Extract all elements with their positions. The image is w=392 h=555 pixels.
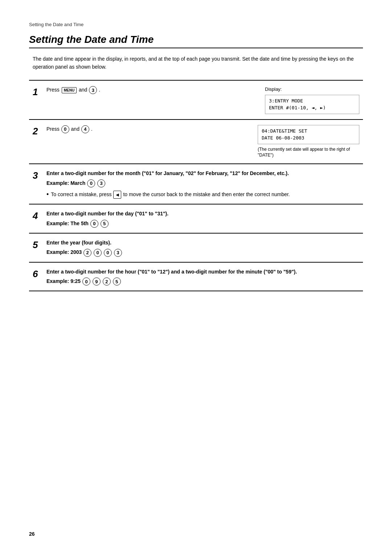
key-9-925: 9 xyxy=(93,278,101,285)
step-4-bold: Enter a two-digit number for the day ("0… xyxy=(46,210,359,218)
step-4-number: 4 xyxy=(33,210,46,222)
page-number: 26 xyxy=(29,531,35,537)
display-2-line2: DATE 06-08-2003 xyxy=(262,134,355,142)
step-3-example: Example: March 0 3 xyxy=(46,179,359,187)
step-3-bold-text: Enter a two-digit number for the month (… xyxy=(46,170,289,176)
step-3-content: Enter a two-digit number for the month (… xyxy=(46,169,359,199)
display-1-line2: ENTER #(01-10, ◄, ►) xyxy=(269,104,355,112)
step-4: 4 Enter a two-digit number for the day (… xyxy=(29,204,363,234)
step-2-display: 04:DATE&TIME SET DATE 06-08-2003 (The cu… xyxy=(258,125,359,159)
display-2-note: (The currently set date will appear to t… xyxy=(258,146,359,159)
page: Setting the Date and Time Setting the Da… xyxy=(0,0,392,320)
step-2-and: and xyxy=(71,126,79,132)
step-1: 1 Press MENU and 3 . Display: 3:ENTRY MO… xyxy=(29,81,363,120)
display-2-box: 04:DATE&TIME SET DATE 06-08-2003 xyxy=(258,125,359,144)
arrow-key: ◄ xyxy=(113,191,121,199)
step-2-content: Press 0 and 4 . 04:DATE&TIME SET DATE 06… xyxy=(46,125,359,159)
key-0a-2003: 0 xyxy=(94,249,102,257)
page-title: Setting the Date and Time xyxy=(29,34,363,48)
step-3-bold: Enter a two-digit number for the month (… xyxy=(46,169,359,177)
step-6-bold: Enter a two-digit number for the hour ("… xyxy=(46,268,359,276)
display-1-line1: 3:ENTRY MODE xyxy=(269,97,355,105)
step-6-content: Enter a two-digit number for the hour ("… xyxy=(46,268,359,286)
step-4-example: Example: The 5th 0 5 xyxy=(46,219,359,228)
step-3-example-label: Example: March xyxy=(46,180,85,186)
step-3: 3 Enter a two-digit number for the month… xyxy=(29,164,363,204)
display-1-label: Display: xyxy=(265,86,359,93)
step-1-display: Display: 3:ENTRY MODE ENTER #(01-10, ◄, … xyxy=(265,86,359,114)
key-0-circle-s2: 0 xyxy=(61,125,69,133)
step-2-number: 2 xyxy=(33,125,46,137)
step-3-number: 3 xyxy=(33,169,46,181)
menu-key: MENU xyxy=(62,87,77,93)
steps-container: 1 Press MENU and 3 . Display: 3:ENTRY MO… xyxy=(29,80,363,291)
step-3-bullet: • To correct a mistake, press ◄ to move … xyxy=(46,190,359,199)
step-3-bullet-text: To correct a mistake, press ◄ to move th… xyxy=(51,190,290,199)
bullet-dot: • xyxy=(46,191,49,198)
step-1-content: Press MENU and 3 . Display: 3:ENTRY MODE… xyxy=(46,86,359,114)
step-2-period: . xyxy=(91,126,93,132)
step-1-and: and xyxy=(79,87,87,93)
key-0b-2003: 0 xyxy=(104,249,112,257)
step-5-example-label: Example: 2003 xyxy=(46,249,82,255)
key-0-925: 0 xyxy=(82,278,90,285)
intro-text: The date and time appear in the display,… xyxy=(29,55,363,71)
step-5-bold-text: Enter the year (four digits). xyxy=(46,240,111,246)
step-6-number: 6 xyxy=(33,268,46,280)
key-2-925: 2 xyxy=(103,278,111,285)
key-3-march: 3 xyxy=(97,179,105,187)
step-5: 5 Enter the year (four digits). Example:… xyxy=(29,234,363,263)
step-2-main: Press 0 and 4 . xyxy=(46,125,250,133)
key-5-925: 5 xyxy=(113,278,121,285)
display-1-box: 3:ENTRY MODE ENTER #(01-10, ◄, ►) xyxy=(265,95,359,114)
key-3-circle: 3 xyxy=(89,86,97,94)
step-6-bold-text: Enter a two-digit number for the hour ("… xyxy=(46,269,297,275)
display-2-line1: 04:DATE&TIME SET xyxy=(262,127,355,135)
key-3-2003: 3 xyxy=(114,249,122,257)
key-5-5th: 5 xyxy=(101,220,109,228)
step-1-main: Press MENU and 3 . xyxy=(46,86,258,94)
key-0-5th: 0 xyxy=(90,220,98,228)
breadcrumb: Setting the Date and Time xyxy=(29,22,363,27)
step-2-row: Press 0 and 4 . 04:DATE&TIME SET DATE 06… xyxy=(46,125,359,159)
step-1-press-label: Press xyxy=(46,87,60,93)
step-2: 2 Press 0 and 4 . 04:DATE&TIME SET DATE … xyxy=(29,120,363,165)
step-1-row: Press MENU and 3 . Display: 3:ENTRY MODE… xyxy=(46,86,359,114)
step-2-press-label: Press xyxy=(46,126,60,132)
step-5-content: Enter the year (four digits). Example: 2… xyxy=(46,239,359,257)
step-5-number: 5 xyxy=(33,239,46,251)
step-4-example-label: Example: The 5th xyxy=(46,220,89,226)
key-2-2003: 2 xyxy=(83,249,91,257)
key-4-circle: 4 xyxy=(81,125,89,133)
step-5-example: Example: 2003 2 0 0 3 xyxy=(46,248,359,256)
step-4-bold-text: Enter a two-digit number for the day ("0… xyxy=(46,211,168,216)
step-6-example: Example: 9:25 0 9 2 5 xyxy=(46,277,359,285)
key-0-march: 0 xyxy=(87,179,95,187)
step-1-period: . xyxy=(99,87,100,93)
step-6-example-label: Example: 9:25 xyxy=(46,278,81,284)
step-1-number: 1 xyxy=(33,86,46,98)
step-6: 6 Enter a two-digit number for the hour … xyxy=(29,263,363,292)
step-5-bold: Enter the year (four digits). xyxy=(46,239,359,247)
step-4-content: Enter a two-digit number for the day ("0… xyxy=(46,210,359,228)
